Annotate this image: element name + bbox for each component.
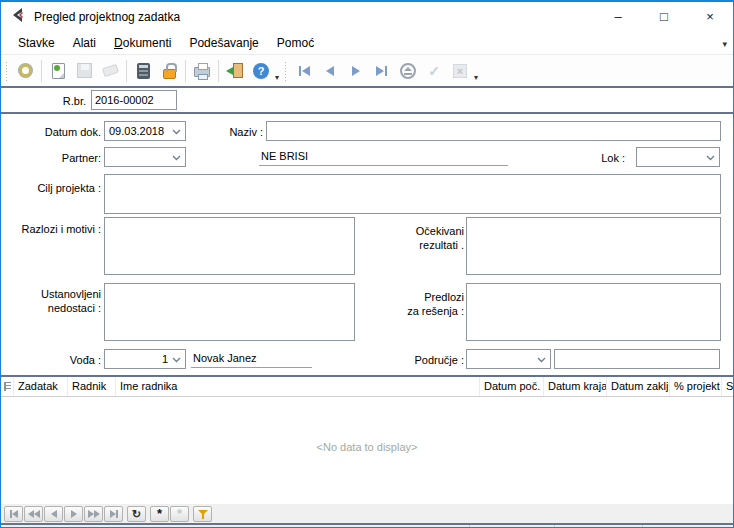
next-icon [71,510,77,518]
help-icon [253,63,269,79]
razlozi-label: Razlozi i motivi : [1,222,101,236]
toolbar-separator [41,60,42,82]
rbr-label: R.br. [1,94,86,108]
toolbar-grip[interactable] [5,61,8,81]
status-bar [1,525,733,527]
form-area: Datum dok. 09.03.2018 Naziv : Partner: N… [1,114,733,375]
lok-combo[interactable] [636,147,720,167]
menu-item-podesavanje[interactable]: Podešavanje [180,33,267,53]
column-header-datum-kraja[interactable]: Datum kraja [544,377,607,396]
ocekivani-label-line2: rezultati . [419,239,464,251]
ocekivani-label-line1: Očekivani [416,225,464,237]
window-controls: – □ × [595,2,733,31]
toolbar-grip[interactable] [284,61,287,81]
lok-label: Lok : [561,151,625,165]
ustanovljeni-label-line1: Ustanovljeni [41,288,101,300]
prior-icon [51,510,57,518]
column-header-datum-zaklj[interactable]: Datum zaklj. [607,377,670,396]
podrucje-combo[interactable] [466,349,551,369]
grid-indicator-column [1,377,14,396]
menu-item-dokumenti[interactable]: Dokumenti [105,33,180,53]
erase-button[interactable] [97,58,123,84]
column-header-status[interactable]: S [722,377,733,396]
ustanovljeni-textarea[interactable] [104,283,355,341]
nav-append-button[interactable]: * [150,506,169,522]
toolbar-options-icon[interactable]: ▾ [275,73,279,82]
column-header-radnik[interactable]: Radnik [68,377,116,396]
naziv-input[interactable] [266,121,721,141]
print-icon [194,67,210,77]
nav-first-button[interactable] [4,506,23,522]
first-record-button[interactable] [291,58,317,84]
nav-next-button[interactable] [64,506,83,522]
record-button[interactable] [12,58,38,84]
menu-item-pomoc[interactable]: Pomoć [268,33,323,53]
vodja-name-field[interactable]: Novak Janez [191,350,312,368]
eject-button[interactable] [395,58,421,84]
column-header-datum-poc[interactable]: Datum poč. [480,377,544,396]
print-button[interactable] [189,58,215,84]
lock-button[interactable] [156,58,182,84]
nav-edit-button[interactable]: * [170,506,189,522]
eject-icon [400,63,416,79]
nav-last-button[interactable] [104,506,123,522]
maximize-button[interactable]: □ [641,2,687,31]
column-header-procenat-projekta[interactable]: % projekt [670,377,722,396]
partner-combo[interactable] [104,147,186,167]
nav-filter-button[interactable] [193,506,212,522]
menu-item-stavke[interactable]: Stavke [9,33,64,53]
calculator-button[interactable] [130,58,156,84]
menu-overflow-icon[interactable]: ▾ [722,39,727,49]
toolbar-options-icon[interactable]: ▾ [474,73,478,82]
datum-dok-combo[interactable]: 09.03.2018 [104,121,186,141]
grid-empty-message: <No data to display> [1,441,733,453]
status-divider [554,525,555,527]
next-record-button[interactable] [343,58,369,84]
predlozi-label: Predloziza rešenja : [381,290,464,318]
menu-item-alati[interactable]: Alati [64,33,105,53]
menu-label: Alati [73,36,96,50]
new-document-button[interactable] [45,58,71,84]
vodja-combo[interactable]: 1 [104,349,186,369]
grid-body[interactable]: <No data to display> [1,397,733,504]
filter-icon [198,509,208,519]
confirm-button[interactable]: ✓ [421,58,447,84]
last-record-button[interactable] [369,58,395,84]
prior-record-button[interactable] [317,58,343,84]
menu-bar: Stavke Alati Dokumenti Podešavanje Pomoć… [1,31,733,55]
podrucje-input[interactable] [554,349,720,369]
menu-label: Stavke [18,36,55,50]
column-header-zadatak[interactable]: Zadatak [14,377,68,396]
chevron-down-icon [172,151,181,163]
nav-prior-button[interactable] [44,506,63,522]
toolbar-separator [185,60,186,82]
new-document-icon [52,63,65,79]
nav-prior-page-button[interactable] [24,506,43,522]
prior-page-icon [34,510,40,518]
window-title: Pregled projektnog zadatka [34,10,180,24]
exit-door-icon [233,63,243,78]
razlozi-textarea[interactable] [104,217,355,275]
cancel-button[interactable]: × [447,58,473,84]
chevron-down-icon [706,151,715,163]
column-header-ime-radnika[interactable]: Ime radnika [116,377,480,396]
cilj-textarea[interactable] [104,174,721,214]
save-button[interactable] [71,58,97,84]
nav-refresh-button[interactable]: ↻ [127,506,146,522]
close-button[interactable]: × [687,2,733,31]
grid-indicator-icon [4,382,11,391]
first-record-icon [299,66,301,76]
minimize-button[interactable]: – [595,2,641,31]
erase-icon [101,64,118,77]
rbr-input[interactable] [91,90,177,110]
vodja-value: 1 [109,353,172,365]
ocekivani-textarea[interactable] [466,217,721,275]
exit-button[interactable] [222,58,248,84]
ocekivani-label: Očekivanirezultati . [381,224,464,252]
predlozi-textarea[interactable] [466,283,721,341]
help-button[interactable] [248,58,274,84]
partner-name-field[interactable]: NE BRISI [259,148,508,166]
nav-next-page-button[interactable] [84,506,103,522]
window: Pregled projektnog zadatka – □ × Stavke … [0,0,734,528]
menu-label: okumenti [123,36,172,50]
